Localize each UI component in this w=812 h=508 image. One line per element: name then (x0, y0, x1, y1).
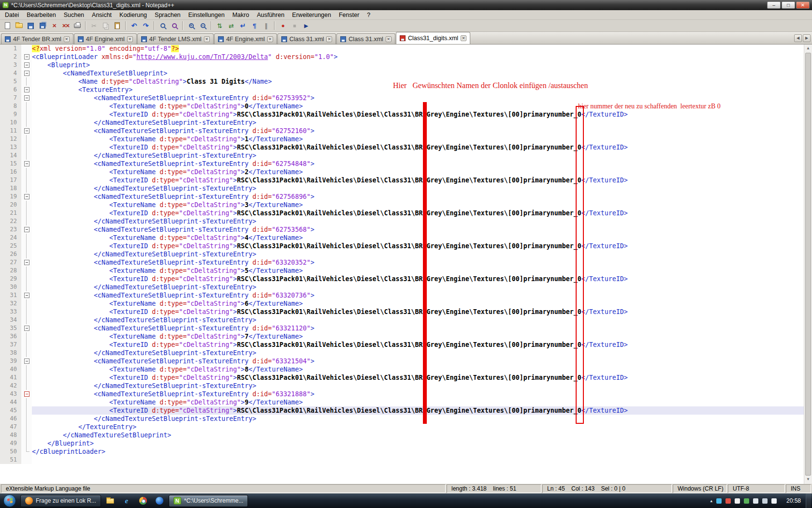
menu-kodierung[interactable]: Kodierung (116, 11, 151, 19)
fold-box[interactable] (24, 359, 29, 364)
fold-box[interactable] (24, 87, 29, 92)
code-line-47[interactable]: 47 </TextureEntry> (0, 423, 812, 431)
fold-box[interactable] (24, 326, 29, 331)
fold-collapse-icon[interactable] (21, 69, 32, 77)
maximize-button[interactable]: □ (782, 1, 795, 9)
macro-record-button[interactable]: ● (277, 21, 289, 31)
menu-bearbeiten[interactable]: Bearbeiten (23, 11, 59, 19)
code-line-45[interactable]: 45 <TextureID d:type="cDeltaString">RSC\… (0, 406, 812, 415)
tab-4f-tender-lms-xml[interactable]: 4F Tender LMS.xml✕ (137, 33, 214, 44)
code-line-4[interactable]: 4 <cNamedTextureSetBlueprint> (0, 69, 812, 77)
volume-icon[interactable] (753, 498, 758, 504)
fold-box[interactable] (24, 62, 29, 68)
zoom-in-button[interactable]: + (186, 21, 197, 31)
fold-box[interactable] (24, 194, 29, 199)
code-line-17[interactable]: 17 <TextureID d:type="cDeltaString">RSC\… (0, 176, 812, 184)
tab-close-icon[interactable]: ✕ (461, 35, 466, 41)
menu-fenster[interactable]: Fenster (335, 11, 363, 19)
code-line-12[interactable]: 12 <TextureName d:type="cDeltaString">1<… (0, 135, 812, 143)
tab-close-icon[interactable]: ✕ (127, 36, 133, 42)
fold-collapse-icon[interactable] (21, 258, 32, 267)
code-line-44[interactable]: 44 <TextureName d:type="cDeltaString">9<… (0, 398, 812, 406)
fold-collapse-icon[interactable] (21, 324, 32, 332)
code-line-30[interactable]: 30 </cNamedTextureSetBlueprint-sTextureE… (0, 283, 812, 291)
code-line-36[interactable]: 36 <TextureName d:type="cDeltaString">7<… (0, 332, 812, 341)
code-line-1[interactable]: 1<?xml version="1.0" encoding="utf-8"?> (0, 45, 812, 53)
fold-collapse-icon[interactable] (21, 53, 32, 61)
close-file-button[interactable]: ✕ (48, 21, 59, 31)
menu-datei[interactable]: Datei (1, 11, 23, 19)
fold-box[interactable] (24, 227, 29, 232)
taskbar-button-c-users-schremme[interactable]: N*C:\Users\Schremme... (169, 495, 248, 507)
scrollbar-thumb[interactable] (805, 53, 811, 476)
code-line-37[interactable]: 37 <TextureID d:type="cDeltaString">RSC\… (0, 341, 812, 349)
code-line-40[interactable]: 40 <TextureName d:type="cDeltaString">8<… (0, 365, 812, 374)
status-eol-format[interactable]: Windows (CR LF) (673, 484, 727, 493)
fold-box-active[interactable] (24, 391, 29, 397)
print-button[interactable] (72, 21, 83, 31)
menu-[interactable]: ? (363, 11, 374, 19)
find-button[interactable] (157, 21, 168, 31)
code-line-20[interactable]: 20 <TextureName d:type="cDeltaString">3<… (0, 201, 812, 209)
code-line-39[interactable]: 39 <cNamedTextureSetBlueprint-sTextureEn… (0, 357, 812, 365)
code-line-48[interactable]: 48 </cNamedTextureSetBlueprint> (0, 431, 812, 439)
tab-4f-engine-xml[interactable]: 4F Engine.xml✕ (74, 33, 137, 44)
action-center-icon[interactable] (771, 498, 777, 504)
fold-box[interactable] (24, 71, 29, 76)
status-insert-mode[interactable]: INS (786, 484, 811, 493)
vertical-scrollbar[interactable]: ▲ ▼ (804, 45, 812, 484)
tab-close-icon[interactable]: ✕ (326, 36, 332, 42)
menu-erweiterungen[interactable]: Erweiterungen (288, 11, 335, 19)
fold-box[interactable] (24, 260, 29, 265)
macro-play-button[interactable]: ▶ (301, 21, 312, 31)
code-line-25[interactable]: 25 <TextureID d:type="cDeltaString">RSC\… (0, 242, 812, 250)
code-line-43[interactable]: 43 <cNamedTextureSetBlueprint-sTextureEn… (0, 390, 812, 398)
code-line-23[interactable]: 23 <cNamedTextureSetBlueprint-sTextureEn… (0, 225, 812, 234)
code-line-3[interactable]: 3 <Blueprint> (0, 61, 812, 69)
code-line-31[interactable]: 31 <cNamedTextureSetBlueprint-sTextureEn… (0, 291, 812, 299)
sync-scroll-vertical-button[interactable]: ⇅ (214, 21, 225, 31)
minimize-button[interactable]: – (767, 1, 781, 9)
status-encoding[interactable]: UTF-8 (728, 484, 785, 493)
code-line-15[interactable]: 15 <cNamedTextureSetBlueprint-sTextureEn… (0, 160, 812, 168)
taskbar-pinned-media-player[interactable] (152, 494, 167, 507)
code-line-9[interactable]: 9 <TextureID d:type="cDeltaString">RSC\C… (0, 110, 812, 119)
network-icon[interactable] (762, 498, 768, 504)
tab-4f-engine-xml[interactable]: 4F Engine.xml✕ (214, 33, 277, 44)
taskbar-pinned-explorer[interactable] (103, 494, 117, 507)
code-line-34[interactable]: 34 </cNamedTextureSetBlueprint-sTextureE… (0, 316, 812, 324)
tray-app-1-icon[interactable] (716, 498, 722, 504)
fold-collapse-icon[interactable] (21, 86, 32, 94)
fold-collapse-icon[interactable] (21, 390, 32, 398)
tab-class-31-xml[interactable]: Class 31.xml✕ (277, 33, 336, 44)
fold-box[interactable] (24, 95, 29, 101)
show-all-characters-button[interactable]: ¶ (249, 21, 260, 31)
undo-button[interactable]: ↶ (129, 21, 140, 31)
new-file-button[interactable] (2, 21, 13, 31)
taskbar-clock[interactable]: 20:58 (786, 497, 801, 504)
code-line-27[interactable]: 27 <cNamedTextureSetBlueprint-sTextureEn… (0, 258, 812, 267)
code-line-7[interactable]: 7 <cNamedTextureSetBlueprint-sTextureEnt… (0, 94, 812, 102)
fold-collapse-icon[interactable] (21, 291, 32, 299)
fold-box[interactable] (24, 293, 29, 298)
tab-class31-digits-xml[interactable]: Class31_digits.xml✕ (396, 32, 470, 44)
taskbar-pinned-internet-explorer[interactable]: e (119, 494, 134, 507)
indent-guide-button[interactable]: ∥ (261, 21, 272, 31)
scroll-down-icon[interactable]: ▼ (804, 476, 812, 484)
menu-makro[interactable]: Makro (229, 11, 253, 19)
show-desktop-button[interactable] (806, 493, 811, 508)
taskbar-pinned-browser-2[interactable] (136, 494, 150, 507)
replace-button[interactable] (169, 21, 180, 31)
code-line-19[interactable]: 19 <cNamedTextureSetBlueprint-sTextureEn… (0, 193, 812, 201)
fold-collapse-icon[interactable] (21, 193, 32, 201)
word-wrap-button[interactable]: ↵ (237, 21, 248, 31)
save-all-button[interactable] (37, 21, 48, 31)
tab-4f-tender-br-xml[interactable]: 4F Tender BR.xml✕ (1, 33, 73, 44)
code-line-13[interactable]: 13 <TextureID d:type="cDeltaString">RSC\… (0, 143, 812, 151)
taskbar-button-frage-zu-einen-lok-r[interactable]: Frage zu einen Lok R... (20, 495, 101, 507)
editor[interactable]: 1<?xml version="1.0" encoding="utf-8"?>2… (0, 45, 812, 484)
code-line-28[interactable]: 28 <TextureName d:type="cDeltaString">5<… (0, 267, 812, 275)
fold-collapse-icon[interactable] (21, 160, 32, 168)
close-all-button[interactable]: ✕✕ (60, 21, 71, 31)
tab-close-icon[interactable]: ✕ (386, 36, 392, 42)
